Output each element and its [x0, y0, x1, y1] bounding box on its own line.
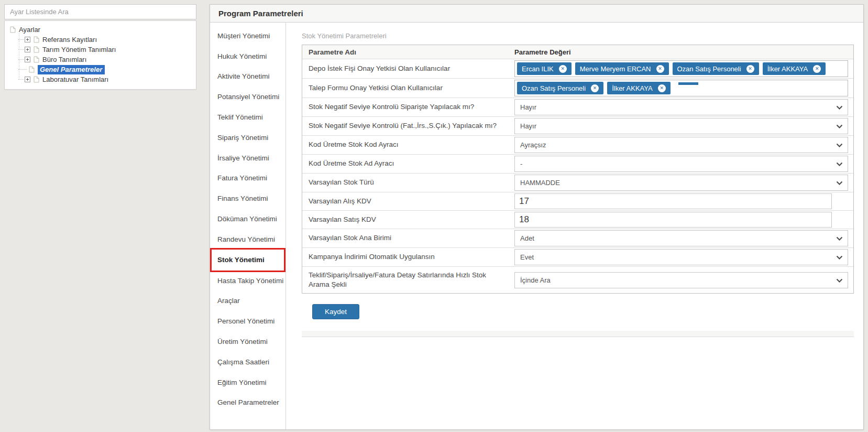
- chevron-down-icon: [836, 143, 843, 148]
- parameter-select[interactable]: Evet: [514, 249, 848, 265]
- tree-branch-line: [18, 49, 24, 50]
- selected-value: Ayraçsız: [520, 141, 546, 149]
- tree-node[interactable]: Genel Parametreler: [9, 64, 192, 74]
- remove-tag-icon[interactable]: ✕: [559, 65, 567, 73]
- tree-node-label: Büro Tanımları: [42, 56, 86, 63]
- column-header-value: Parametre Değeri: [514, 48, 853, 56]
- remove-tag-icon[interactable]: ✕: [813, 65, 821, 73]
- remove-tag-icon[interactable]: ✕: [591, 84, 599, 92]
- expand-plus-icon[interactable]: [25, 47, 30, 52]
- expand-plus-icon[interactable]: [25, 77, 30, 82]
- document-icon: [29, 66, 35, 73]
- parameter-name: Kampanya İndirimi Otomatik Uygulansın: [302, 249, 514, 265]
- menu-item-üretim-yönetimi[interactable]: Üretim Yönetimi: [210, 331, 285, 352]
- parameter-select[interactable]: İçinde Ara: [514, 272, 848, 288]
- parameter-select[interactable]: Hayır: [514, 99, 848, 115]
- menu-item-fatura-yönetimi[interactable]: Fatura Yönetimi: [210, 168, 285, 189]
- user-tag-input[interactable]: Ercan ILIK✕Merve Meryem ERCAN✕Ozan Satış…: [514, 60, 848, 77]
- user-tag[interactable]: Ercan ILIK✕: [517, 62, 572, 75]
- user-tag-label: İlker AKKAYA: [612, 84, 653, 92]
- user-tag[interactable]: Ozan Satış Personeli✕: [517, 82, 603, 94]
- chevron-down-icon: [836, 278, 843, 283]
- tree-node-label: Genel Parametreler: [38, 65, 105, 74]
- parameter-row: Stok Negatif Seviye Kontrolü Siparişte Y…: [302, 98, 853, 116]
- menu-item-stok-yönetimi[interactable]: Stok Yönetimi: [210, 248, 285, 272]
- tree-node[interactable]: Tarım Yönetim Tanımları: [9, 45, 192, 55]
- parameter-value-cell: Evet: [514, 248, 853, 266]
- user-tag-label: Ozan Satış Personeli: [522, 84, 586, 92]
- parameter-select[interactable]: Ayraçsız: [514, 137, 848, 153]
- tree-root[interactable]: Ayarlar: [9, 25, 192, 35]
- parameter-text-input[interactable]: [514, 212, 832, 228]
- remove-tag-icon[interactable]: ✕: [746, 65, 754, 73]
- remove-tag-icon[interactable]: ✕: [658, 84, 666, 92]
- user-tag[interactable]: Merve Meryem ERCAN✕: [575, 62, 669, 75]
- tree-branch-line: [18, 59, 24, 60]
- menu-item-hukuk-yönetimi[interactable]: Hukuk Yönetimi: [210, 46, 285, 67]
- parameter-value-cell: HAMMADDE: [514, 174, 853, 192]
- parameter-value-cell: Ayraçsız: [514, 136, 853, 154]
- user-tag[interactable]: İlker AKKAYA✕: [607, 82, 671, 94]
- document-icon: [34, 56, 39, 63]
- parameter-name: Varsayılan Stok Türü: [302, 174, 514, 191]
- chevron-down-icon: [836, 236, 843, 241]
- menu-item-müşteri-yönetimi[interactable]: Müşteri Yönetimi: [210, 26, 285, 46]
- user-tag[interactable]: Ozan Satış Personeli✕: [673, 62, 759, 75]
- menu-item-araçlar[interactable]: Araçlar: [210, 291, 285, 311]
- parameter-name: Teklif/Sipariş/İrsaliye/Fatura Detay Sat…: [302, 267, 514, 293]
- tree-node[interactable]: Büro Tanımları: [9, 55, 192, 64]
- parameter-value-cell: [514, 211, 853, 229]
- parameter-row: Depo İstek Fişi Onay Yetkisi Olan Kullan…: [302, 59, 853, 78]
- form-footer-strip: [302, 331, 854, 337]
- user-tag-label: Merve Meryem ERCAN: [580, 65, 651, 73]
- tree-node[interactable]: Laboratuvar Tanımları: [9, 74, 192, 84]
- parameter-row: Talep Formu Onay Yetkisi Olan Kullanıcıl…: [302, 78, 853, 98]
- remove-tag-icon[interactable]: ✕: [656, 65, 664, 73]
- menu-item-teklif-yönetimi[interactable]: Teklif Yönetimi: [210, 107, 285, 127]
- tree-branch-line: [18, 79, 24, 80]
- menu-item-aktivite-yönetimi[interactable]: Aktivite Yönetimi: [210, 67, 285, 87]
- settings-search-input[interactable]: [4, 4, 196, 19]
- menu-item-sipariş-yönetimi[interactable]: Sipariş Yönetimi: [210, 127, 285, 148]
- menu-item-i-rsaliye-yönetimi[interactable]: İrsaliye Yönetimi: [210, 148, 285, 168]
- save-button[interactable]: Kaydet: [312, 304, 359, 319]
- menu-item-eğitim-yönetimi[interactable]: Eğitim Yönetimi: [210, 372, 285, 393]
- parameter-row: Varsayılan Stok Ana BirimiAdet: [302, 229, 853, 247]
- menu-item-genel-parametreler[interactable]: Genel Parametreler: [210, 393, 285, 413]
- expand-plus-icon[interactable]: [25, 57, 30, 62]
- parameter-row: Varsayılan Alış KDV: [302, 192, 853, 210]
- menu-item-finans-yönetimi[interactable]: Finans Yönetimi: [210, 188, 285, 209]
- chevron-down-icon: [836, 162, 843, 167]
- parameter-row: Teklif/Sipariş/İrsaliye/Fatura Detay Sat…: [302, 266, 853, 293]
- parameter-content: Stok Yönetimi Parametreleri Parametre Ad…: [286, 23, 863, 429]
- menu-item-potansiyel-yönetimi[interactable]: Potansiyel Yönetimi: [210, 87, 285, 107]
- tag-input-caret: [678, 82, 698, 85]
- parameter-name: Kod Üretme Stok Kod Ayracı: [302, 136, 514, 153]
- menu-item-döküman-yönetimi[interactable]: Döküman Yönetimi: [210, 209, 285, 229]
- menu-item-randevu-yönetimi[interactable]: Randevu Yönetimi: [210, 229, 285, 250]
- parameter-select[interactable]: -: [514, 156, 848, 172]
- parameter-name: Kod Üretme Stok Ad Ayracı: [302, 155, 514, 172]
- selected-value: HAMMADDE: [520, 179, 560, 187]
- parameter-value-cell: [514, 192, 853, 210]
- parameter-select[interactable]: Hayır: [514, 118, 848, 134]
- menu-item-hasta-takip-yönetimi[interactable]: Hasta Takip Yönetimi: [210, 271, 285, 291]
- parameter-name: Depo İstek Fişi Onay Yetkisi Olan Kullan…: [302, 60, 514, 77]
- expand-plus-icon[interactable]: [25, 37, 30, 42]
- menu-item-çalışma-saatleri[interactable]: Çalışma Saatleri: [210, 352, 285, 372]
- selected-value: İçinde Ara: [520, 276, 551, 284]
- user-tag[interactable]: İlker AKKAYA✕: [763, 62, 826, 75]
- selected-value: Hayır: [520, 122, 536, 130]
- parameter-select[interactable]: Adet: [514, 230, 848, 246]
- parameter-category-menu: Müşteri YönetimiHukuk YönetimiAktivite Y…: [210, 23, 286, 429]
- parameter-row: Kampanya İndirimi Otomatik UygulansınEve…: [302, 247, 853, 266]
- table-header-row: Parametre Adı Parametre Değeri: [302, 45, 853, 59]
- tree-node[interactable]: Referans Kayıtları: [9, 35, 192, 45]
- parameter-table: Parametre Adı Parametre Değeri Depo İste…: [302, 45, 854, 294]
- user-tag-input[interactable]: Ozan Satış Personeli✕İlker AKKAYA✕: [514, 80, 848, 96]
- parameter-text-input[interactable]: [514, 193, 832, 209]
- parameter-value-cell: Hayır: [514, 98, 853, 116]
- parameter-select[interactable]: HAMMADDE: [514, 175, 848, 191]
- menu-item-personel-yönetimi[interactable]: Personel Yönetimi: [210, 311, 285, 331]
- tree-node-label: Referans Kayıtları: [42, 36, 97, 44]
